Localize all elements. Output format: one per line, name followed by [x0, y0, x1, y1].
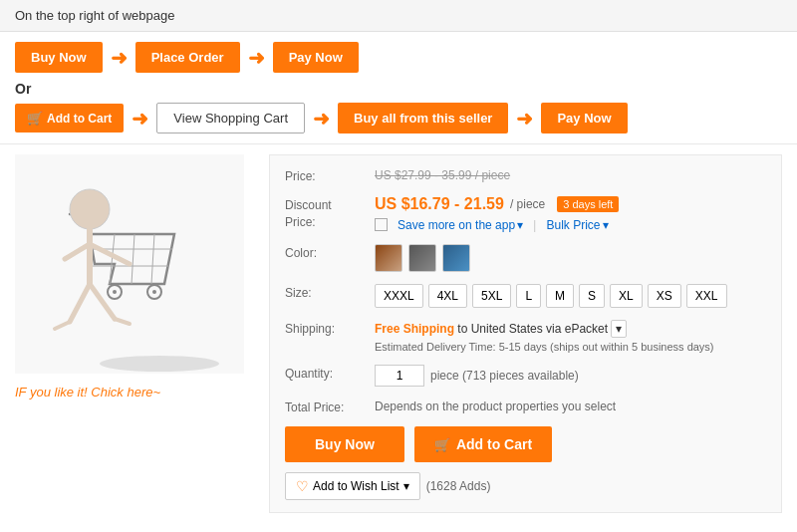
size-xxxl[interactable]: XXXL: [375, 284, 423, 308]
size-row: Size: XXXL 4XL 5XL L M S XL XS XXL: [285, 284, 766, 308]
color-row: Color:: [285, 244, 766, 272]
flow1-section: Buy Now ➜ Place Order ➜ Pay Now: [0, 32, 797, 79]
price-per-piece: / piece: [510, 197, 545, 211]
flow2-section: Add to Cart ➜ View Shopping Cart ➜ Buy a…: [0, 99, 797, 143]
size-l[interactable]: L: [516, 284, 541, 308]
price-value: US $27.99 - 35.99 / piece: [375, 167, 766, 182]
total-price-label: Total Price:: [285, 399, 365, 414]
arrow4-icon: ➜: [313, 107, 330, 131]
arrow3-icon: ➜: [132, 107, 148, 131]
save-more-link[interactable]: Save more on the app ▾: [398, 218, 523, 232]
if-you-like-text: IF you like it! Chick here~: [15, 377, 254, 399]
view-shopping-cart-button[interactable]: View Shopping Cart: [156, 103, 305, 133]
save-app-checkbox[interactable]: [375, 218, 388, 231]
arrow1-icon: ➜: [111, 46, 128, 70]
original-price: US $27.99 - 35.99 / piece: [375, 168, 510, 182]
quantity-row: Quantity: piece (713 pieces available): [285, 365, 766, 387]
size-xxl[interactable]: XXL: [686, 284, 727, 308]
bulk-price-link[interactable]: Bulk Price ▾: [546, 218, 608, 232]
discount-price-row: DiscountPrice: US $16.79 - 21.59 / piece…: [285, 195, 766, 232]
discounted-price: US $16.79 - 21.59: [375, 195, 504, 213]
quantity-label: Quantity:: [285, 365, 365, 381]
save-more-row: Save more on the app ▾ | Bulk Price ▾: [375, 217, 766, 232]
instruction-text: On the top right of webpage: [15, 8, 174, 23]
product-details-panel: Price: US $27.99 - 35.99 / piece Discoun…: [269, 154, 782, 513]
size-buttons-container: XXXL 4XL 5XL L M S XL XS XXL: [375, 284, 766, 308]
svg-point-18: [100, 356, 219, 372]
size-5xl[interactable]: 5XL: [472, 284, 511, 308]
add-to-cart-label2: Add to Cart: [456, 436, 532, 452]
top-instruction: On the top right of webpage: [0, 0, 797, 32]
size-buttons: XXXL 4XL 5XL L M S XL XS XXL: [375, 284, 766, 308]
flow1-pay-now-button[interactable]: Pay Now: [273, 42, 359, 73]
size-s[interactable]: S: [579, 284, 605, 308]
total-price-row: Total Price: Depends on the product prop…: [285, 399, 766, 414]
flow2-add-to-cart-button[interactable]: Add to Cart: [15, 104, 124, 133]
shipping-value: Free Shipping to United States via ePack…: [375, 320, 766, 353]
buy-now-button[interactable]: Buy Now: [285, 426, 404, 462]
shipping-row: Shipping: Free Shipping to United States…: [285, 320, 766, 353]
color-swatch-2[interactable]: [408, 244, 436, 272]
quantity-value-container: piece (713 pieces available): [375, 365, 766, 387]
color-swatches: [375, 244, 766, 272]
separator: |: [533, 217, 536, 232]
product-section: IF you like it! Chick here~ Price: US $2…: [0, 143, 797, 523]
discount-label: DiscountPrice:: [285, 195, 365, 231]
flow1-place-order-button[interactable]: Place Order: [135, 42, 240, 73]
total-price-value: Depends on the product properties you se…: [375, 399, 766, 413]
price-row: Price: US $27.99 - 35.99 / piece: [285, 167, 766, 183]
product-image-area: IF you like it! Chick here~: [15, 154, 254, 513]
flow1-buy-now-button[interactable]: Buy Now: [15, 42, 103, 73]
cart-icon: [27, 111, 43, 126]
arrow5-icon: ➜: [516, 107, 533, 131]
buy-all-from-seller-button[interactable]: Buy all from this seller: [338, 103, 508, 133]
svg-point-9: [152, 290, 156, 294]
quantity-input[interactable]: [375, 365, 424, 387]
shipping-label: Shipping:: [285, 320, 365, 336]
cart-icon2: [434, 436, 450, 452]
size-xl[interactable]: XL: [610, 284, 643, 308]
shipping-method-select[interactable]: ▾: [611, 320, 627, 338]
price-label: Price:: [285, 167, 365, 183]
free-shipping-text: Free Shipping: [375, 322, 454, 336]
pieces-available: piece (713 pieces available): [430, 369, 579, 383]
add-to-wishlist-button[interactable]: Add to Wish List ▾: [285, 472, 420, 500]
color-label: Color:: [285, 244, 365, 260]
color-swatch-1[interactable]: [375, 244, 402, 272]
total-price-text: Depends on the product properties you se…: [375, 399, 616, 413]
size-label: Size:: [285, 284, 365, 300]
size-4xl[interactable]: 4XL: [428, 284, 467, 308]
discount-value: US $16.79 - 21.59 / piece 3 days left Sa…: [375, 195, 766, 232]
size-m[interactable]: M: [546, 284, 574, 308]
color-swatches-container: [375, 244, 766, 272]
color-swatch-3[interactable]: [442, 244, 470, 272]
heart-icon: [296, 478, 309, 494]
delivery-time-text: Estimated Delivery Time: 5-15 days (ship…: [375, 341, 766, 353]
wish-list-row: Add to Wish List ▾ (1628 Adds): [285, 472, 766, 500]
svg-point-10: [70, 189, 110, 229]
flow2-pay-now-button[interactable]: Pay Now: [541, 103, 627, 133]
adds-count: (1628 Adds): [426, 479, 491, 493]
chevron-down-icon: ▾: [517, 218, 523, 232]
size-xs[interactable]: XS: [648, 284, 681, 308]
shipping-text: Free Shipping to United States via ePack…: [375, 320, 766, 338]
add-to-cart-label: Add to Cart: [47, 112, 112, 126]
chevron-down-icon2: ▾: [603, 218, 609, 232]
wishlist-label: Add to Wish List: [313, 479, 399, 493]
product-image: [15, 154, 244, 374]
chevron-wishlist-icon: ▾: [403, 479, 409, 493]
days-left-badge: 3 days left: [557, 196, 619, 212]
or-label: Or: [0, 79, 797, 99]
shipping-to-text: to United States via ePacket: [457, 322, 608, 336]
svg-point-8: [113, 290, 117, 294]
add-to-cart-button[interactable]: Add to Cart: [414, 426, 552, 462]
action-buttons: Buy Now Add to Cart: [285, 426, 766, 462]
arrow2-icon: ➜: [248, 46, 265, 70]
